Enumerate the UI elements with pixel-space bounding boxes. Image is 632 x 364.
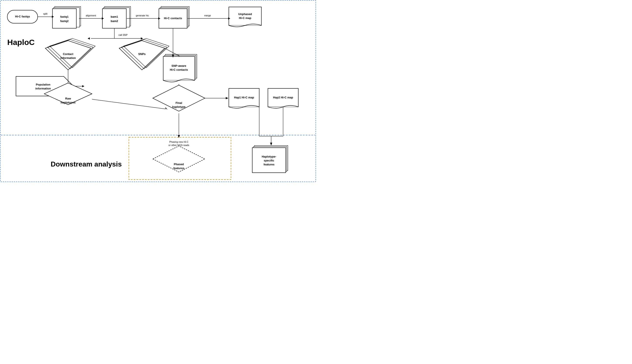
fastq-label2: fastq2 [60,20,68,23]
raw-hap-label2: haplotypes [61,101,76,104]
final-hap-label1: Final [176,101,182,104]
hap-specific-label2: specific [264,159,274,162]
haploc-label: HaploC [7,38,34,47]
hap1-map-label: Hap1 Hi-C map [234,96,254,99]
unphased-map-label1: Unphased [238,12,252,16]
contact-info-label2: information [60,56,76,60]
hap2-map-label: Hap2 Hi-C map [273,96,293,99]
final-hap-label2: haplotype [172,105,186,108]
pop-info-label1: Population [36,83,50,86]
alignment-label: alignment [86,14,96,17]
phased-features-label2: features [173,166,184,170]
phasing-ngs-label1: Phasing new Hi-C [169,140,188,143]
downstream-label: Downstream analysis [51,160,122,168]
main-container: HaploC Downstream analysis Hi-C fastqs f… [0,0,316,182]
call-snp-label: call SNP [118,34,128,36]
contact-info-label1: Contact [63,52,74,56]
merge-label: merge [204,14,211,17]
arrow-final-to-hap-head [226,97,228,99]
bam-page1 [102,9,126,28]
hic-contacts-label: Hi-C contacts [164,16,182,20]
arrow-hap-to-specific-head [270,143,272,146]
unphased-map-label2: Hi-C map [239,16,252,20]
arrow-raw-to-final-line [92,99,166,109]
phased-features-label1: Phased [174,162,184,166]
workflow-diagram: HaploC Downstream analysis Hi-C fastqs f… [0,0,316,182]
bam-label2: bam2 [111,20,118,23]
arrow-to-snps-head [141,37,143,40]
fastq-label1: fastq1 [60,15,68,18]
snps-label: SNPs [138,52,146,56]
hic-fastqs-label: Hi-C fastqs [15,15,30,18]
raw-hap-label1: Raw [65,97,71,100]
split-label: split [43,12,47,15]
fastq-page1 [52,9,76,28]
bam-label1: bam1 [111,15,118,18]
snp-aware-label2: Hi-C contacts [170,68,188,71]
generate-hic-label: generate hic [136,14,149,17]
arrow-raw-to-final-head [165,108,168,110]
hap-specific-label3: features [264,163,274,166]
arrow-final-down-head [178,135,180,138]
hap-specific-label1: Haplotype- [262,155,276,158]
arrow-to-contact-head [88,37,90,40]
pop-info-label2: information [35,87,51,90]
snp-aware-label1: SNP-aware [172,64,186,68]
arrow-pop-to-contact-head [82,85,84,87]
